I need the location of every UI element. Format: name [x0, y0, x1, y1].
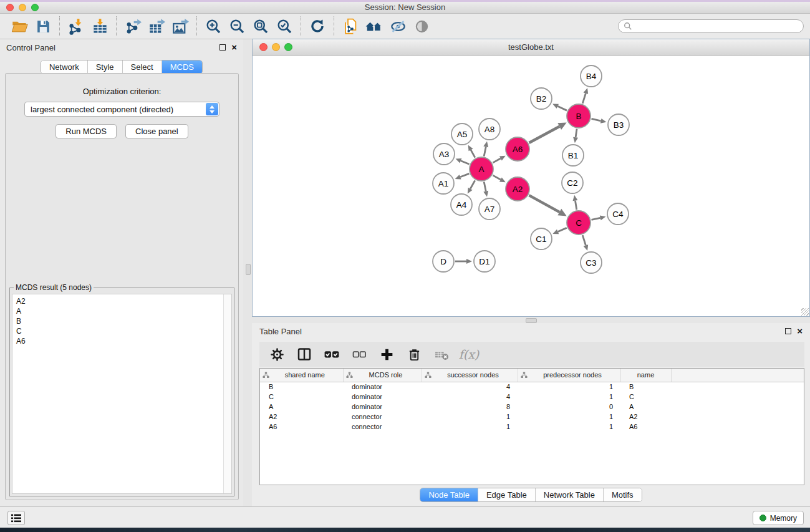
table-cell[interactable]: 4	[422, 392, 518, 402]
graph-node-D[interactable]: D	[433, 251, 454, 272]
tab-motifs[interactable]: Motifs	[604, 488, 642, 501]
graph-node-C3[interactable]: C3	[581, 252, 602, 273]
close-window-button[interactable]	[6, 4, 14, 11]
table-cell[interactable]: 4	[422, 382, 518, 392]
tab-style[interactable]: Style	[88, 60, 123, 74]
add-icon[interactable]	[375, 344, 398, 364]
column-header-name[interactable]: name	[620, 369, 671, 382]
table-settings-icon[interactable]	[266, 344, 288, 364]
table-cell[interactable]: 1	[518, 382, 620, 392]
edge-A-A5[interactable]	[468, 145, 475, 157]
graph-node-B[interactable]: B	[567, 104, 591, 128]
graph-node-C2[interactable]: C2	[562, 172, 583, 193]
graph-node-B4[interactable]: B4	[581, 65, 602, 87]
graph-node-A5[interactable]: A5	[451, 123, 473, 145]
edge-C-C2[interactable]	[573, 195, 578, 210]
graph-node-A6[interactable]: A6	[506, 137, 529, 161]
run-mcds-button[interactable]: Run MCDS	[55, 124, 117, 138]
table-cell[interactable]: 0	[518, 402, 620, 412]
edge-A-A4[interactable]	[468, 180, 475, 193]
column-header-predecessor-nodes[interactable]: predecessor nodes	[518, 369, 620, 382]
task-history-button[interactable]	[7, 511, 25, 525]
hide-glyphs-icon[interactable]	[386, 16, 410, 37]
close-panel-icon[interactable]: ×	[797, 328, 803, 334]
tab-mcds[interactable]: MCDS	[162, 60, 202, 74]
table-cell[interactable]: C	[260, 392, 343, 402]
table-cell[interactable]: 1	[422, 412, 518, 422]
edge-A-A7[interactable]	[483, 182, 488, 197]
table-cell[interactable]: A	[620, 402, 671, 412]
graph-node-B3[interactable]: B3	[608, 114, 629, 135]
memory-button[interactable]: Memory	[753, 511, 804, 525]
edge-A-A2[interactable]	[493, 175, 505, 182]
edge-B-B2[interactable]	[552, 104, 567, 110]
table-cell[interactable]: 1	[422, 422, 518, 432]
graph-node-A8[interactable]: A8	[479, 118, 500, 140]
result-list-scrollbar[interactable]	[223, 294, 231, 493]
tab-network[interactable]: Network	[41, 60, 88, 74]
edge-A-A8[interactable]	[483, 142, 488, 157]
table-cell[interactable]: connector	[343, 412, 422, 422]
table-cell[interactable]: connector	[343, 422, 422, 432]
table-cell[interactable]: A2	[260, 412, 343, 422]
horizontal-splitter-grip[interactable]	[526, 318, 537, 323]
zoom-selected-icon[interactable]	[272, 16, 296, 37]
edge-B-B1[interactable]	[573, 129, 578, 143]
table-cell[interactable]: 1	[518, 422, 620, 432]
copy-network-icon[interactable]	[339, 16, 362, 37]
graph-node-C4[interactable]: C4	[607, 203, 629, 225]
edge-A6-B[interactable]	[529, 122, 566, 143]
column-header-mcds-role[interactable]: MCDS role	[343, 369, 422, 382]
function-builder-icon[interactable]: f(x)	[458, 344, 480, 364]
tab-select[interactable]: Select	[123, 60, 162, 74]
graph-node-C1[interactable]: C1	[531, 228, 552, 249]
minimize-window-button[interactable]	[19, 4, 26, 11]
edge-A-A1[interactable]	[455, 173, 470, 179]
export-image-icon[interactable]	[168, 16, 192, 37]
graph-node-D1[interactable]: D1	[474, 251, 495, 272]
close-panel-button[interactable]: Close panel	[125, 124, 188, 138]
result-list-item[interactable]: A	[16, 306, 228, 316]
export-network-icon[interactable]	[121, 16, 145, 37]
select-all-checkboxes-icon[interactable]	[321, 344, 343, 364]
network-canvas[interactable]: B4B2BB3A8A5A6A3B1AC2A1A2A4A7C4CC1DD1C3	[253, 56, 809, 316]
tab-edge-table[interactable]: Edge Table	[478, 488, 536, 501]
edge-A-A3[interactable]	[456, 158, 470, 164]
tab-network-table[interactable]: Network Table	[536, 488, 604, 501]
deselect-all-checkboxes-icon[interactable]	[348, 344, 370, 364]
edge-B-B3[interactable]	[592, 118, 607, 123]
float-panel-icon[interactable]	[219, 44, 226, 51]
edge-A-A6[interactable]	[493, 156, 505, 163]
zoom-in-icon[interactable]	[201, 16, 225, 37]
tab-node-table[interactable]: Node Table	[420, 488, 478, 501]
import-network-icon[interactable]	[64, 16, 88, 37]
result-list-item[interactable]: A6	[16, 336, 228, 346]
result-list-item[interactable]: A2	[16, 296, 228, 306]
close-panel-icon[interactable]: ×	[231, 44, 237, 51]
table-cell[interactable]: A6	[260, 422, 343, 432]
delete-table-icon[interactable]	[430, 344, 453, 364]
refresh-icon[interactable]	[306, 16, 329, 37]
home-icon[interactable]	[362, 16, 386, 37]
vertical-splitter-grip[interactable]	[246, 264, 251, 275]
edge-C-C3[interactable]	[582, 235, 588, 251]
edge-B-B4[interactable]	[582, 88, 588, 104]
table-cell[interactable]: 8	[422, 402, 518, 412]
graph-node-B1[interactable]: B1	[562, 145, 584, 166]
graph-node-B2[interactable]: B2	[531, 88, 552, 109]
graph-node-A[interactable]: A	[470, 157, 493, 181]
table-cell[interactable]: dominator	[343, 392, 422, 402]
graph-node-C[interactable]: C	[567, 211, 591, 235]
maximize-window-button[interactable]	[31, 4, 39, 11]
graph-node-A2[interactable]: A2	[506, 177, 529, 201]
graph-node-A4[interactable]: A4	[451, 194, 472, 215]
edge-C-C1[interactable]	[552, 228, 566, 234]
show-glyphs-icon[interactable]	[410, 16, 433, 37]
table-cell[interactable]: dominator	[343, 402, 422, 412]
graph-node-A3[interactable]: A3	[433, 143, 455, 165]
column-header-shared-name[interactable]: shared name	[260, 369, 343, 382]
result-list-item[interactable]: B	[16, 316, 228, 326]
table-cell[interactable]: 1	[518, 412, 620, 422]
edge-A2-C[interactable]	[529, 195, 566, 216]
table-cell[interactable]: A6	[620, 422, 671, 432]
